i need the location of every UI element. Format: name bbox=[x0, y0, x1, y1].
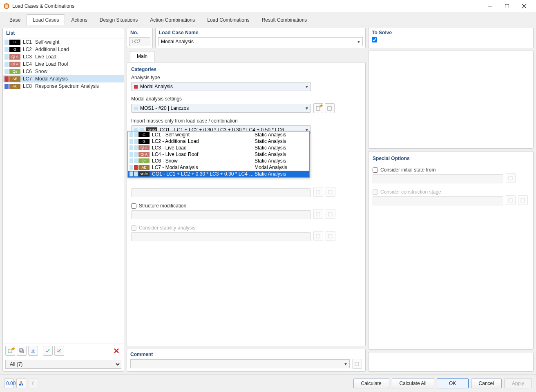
tab-load-cases[interactable]: Load Cases bbox=[27, 14, 65, 25]
swatch-icon bbox=[134, 158, 138, 163]
dropdown-item-type: Static Analysis bbox=[255, 171, 308, 177]
name-select[interactable]: Modal Analysis ▾ bbox=[158, 37, 363, 46]
tab-actions[interactable]: Actions bbox=[65, 14, 93, 25]
comment-edit-button[interactable] bbox=[352, 359, 362, 369]
svg-text:f: f bbox=[32, 381, 34, 386]
swatch-icon bbox=[130, 158, 133, 163]
list-item[interactable]: G LC2 Additional Load bbox=[3, 46, 124, 53]
category-badge: Qi A bbox=[9, 54, 20, 60]
analysis-type-select[interactable]: Modal Analysis ▾ bbox=[131, 82, 311, 91]
comment-box: Comment ▾ bbox=[127, 349, 366, 372]
swatch-icon bbox=[130, 139, 133, 144]
dropdown-item[interactable]: Qs LC6 - Snow Static Analysis bbox=[128, 158, 309, 164]
initial-state-checkbox[interactable] bbox=[373, 167, 378, 173]
dropdown-item[interactable]: Qi A LC4 - Live Load Roof Static Analysi… bbox=[128, 151, 309, 158]
tab-main[interactable]: Main bbox=[130, 51, 154, 62]
tab-result-combinations[interactable]: Result Combinations bbox=[256, 14, 313, 25]
window-title: Load Cases & Combinations bbox=[12, 3, 481, 9]
import-button[interactable] bbox=[28, 346, 38, 356]
dropdown-item[interactable]: Qi A LC3 - Live Load Static Analysis bbox=[128, 145, 309, 151]
maximize-button[interactable] bbox=[498, 0, 516, 12]
svg-rect-19 bbox=[316, 212, 320, 216]
name-value: Modal Analysis bbox=[161, 39, 194, 45]
svg-rect-18 bbox=[328, 190, 332, 194]
swatch-icon bbox=[130, 145, 133, 150]
comment-select[interactable]: ▾ bbox=[130, 359, 350, 368]
load-case-code: LC4 bbox=[23, 61, 35, 67]
svg-rect-16 bbox=[328, 107, 331, 110]
color-swatch bbox=[4, 62, 9, 67]
filter-select[interactable]: All (7) bbox=[5, 360, 121, 369]
disabled-field bbox=[131, 188, 311, 197]
chevron-down-icon: ▾ bbox=[357, 39, 360, 45]
ok-button[interactable]: OK bbox=[437, 379, 469, 388]
to-solve-checkbox[interactable] bbox=[372, 37, 377, 42]
category-badge: G bbox=[138, 132, 150, 137]
import-masses-label: Import masses only from load case / comb… bbox=[131, 118, 361, 124]
minimize-button[interactable] bbox=[481, 0, 498, 12]
dropdown-item[interactable]: G LC2 - Additional Load Static Analysis bbox=[128, 138, 309, 145]
category-badge: Qs bbox=[138, 158, 150, 163]
stability-check: Consider stability analysis bbox=[131, 225, 361, 231]
structure-modification-check[interactable]: Structure modification bbox=[131, 203, 361, 209]
close-button[interactable] bbox=[516, 0, 533, 12]
construction-stage-checkbox bbox=[373, 189, 378, 195]
dropdown-item[interactable]: AE LC7 - Modal Analysis Modal Analysis bbox=[128, 164, 309, 171]
chevron-down-icon: ▾ bbox=[344, 361, 347, 367]
svg-text:★: ★ bbox=[11, 346, 16, 352]
list-item[interactable]: Qi A LC3 Live Load bbox=[3, 53, 124, 60]
modal-settings-value: MOS1 - #20 | Lanczos bbox=[140, 105, 189, 111]
units-button[interactable]: 0.00 bbox=[4, 379, 14, 388]
tab-action-combinations[interactable]: Action Combinations bbox=[144, 14, 201, 25]
tab-design-situations[interactable]: Design Situations bbox=[94, 14, 144, 25]
list-item[interactable]: AE LC7 Modal Analysis bbox=[3, 75, 124, 82]
tree-button[interactable] bbox=[16, 379, 26, 388]
dropdown-item-type: Modal Analysis bbox=[255, 165, 308, 170]
dropdown-item[interactable]: SE/M CO1 - LC1 + LC2 + 0.30 * LC3 + 0.30… bbox=[128, 171, 309, 177]
new-settings-button[interactable]: ★ bbox=[313, 103, 323, 113]
cancel-button[interactable]: Cancel bbox=[471, 379, 502, 388]
analysis-color-swatch bbox=[134, 85, 138, 89]
special-options-label: Special Options bbox=[373, 156, 529, 161]
copy-item-button[interactable] bbox=[17, 346, 27, 356]
disabled-field bbox=[373, 174, 503, 183]
category-badge: Qi A bbox=[138, 152, 150, 157]
list-item[interactable]: AE LC8 Response Spectrum Analysis bbox=[3, 82, 124, 90]
edit-settings-button[interactable] bbox=[325, 103, 335, 113]
delete-item-button[interactable] bbox=[112, 346, 121, 356]
number-input[interactable] bbox=[129, 37, 150, 46]
initial-state-check[interactable]: Consider initial state from bbox=[373, 167, 529, 173]
tab-base[interactable]: Base bbox=[3, 14, 27, 25]
list-item[interactable]: Qi A LC4 Live Load Roof bbox=[3, 60, 124, 68]
list-item[interactable]: Qs LC6 Snow bbox=[3, 68, 124, 75]
color-swatch bbox=[4, 84, 9, 89]
modal-settings-select[interactable]: MOS1 - #20 | Lanczos ▾ bbox=[131, 104, 311, 113]
swatch-icon bbox=[134, 152, 138, 157]
check-all-button[interactable] bbox=[43, 346, 53, 356]
color-swatch bbox=[4, 47, 9, 52]
stability-label: Consider stability analysis bbox=[139, 225, 195, 231]
load-case-code: LC7 bbox=[23, 76, 35, 82]
bottom-right-box bbox=[368, 352, 534, 372]
calculate-all-button[interactable]: Calculate All bbox=[392, 379, 434, 388]
new-button-disabled bbox=[313, 231, 323, 241]
list-item[interactable]: G LC1 Self-weight bbox=[3, 38, 124, 46]
function-button: f bbox=[29, 379, 38, 388]
structure-modification-checkbox[interactable] bbox=[131, 203, 136, 209]
uncheck-all-button[interactable] bbox=[54, 346, 64, 356]
load-case-name: Additional Load bbox=[35, 47, 69, 52]
calculate-button[interactable]: Calculate bbox=[353, 379, 389, 388]
swatch-icon bbox=[130, 165, 133, 170]
load-case-code: LC3 bbox=[23, 54, 35, 60]
new-item-button[interactable]: ★ bbox=[5, 346, 15, 356]
tab-load-combinations[interactable]: Load Combinations bbox=[201, 14, 255, 25]
dropdown-item-text: LC3 - Live Load bbox=[152, 145, 255, 151]
svg-rect-1 bbox=[5, 4, 8, 8]
new-button-disabled bbox=[506, 195, 516, 205]
chevron-down-icon: ▾ bbox=[306, 84, 308, 89]
dropdown-item[interactable]: G LC1 - Self-weight Static Analysis bbox=[128, 131, 309, 138]
import-masses-dropdown[interactable]: G LC1 - Self-weight Static Analysis G LC… bbox=[127, 131, 310, 178]
swatch-icon bbox=[134, 132, 138, 137]
disabled-field bbox=[131, 210, 311, 219]
load-case-code: LC2 bbox=[23, 47, 35, 52]
